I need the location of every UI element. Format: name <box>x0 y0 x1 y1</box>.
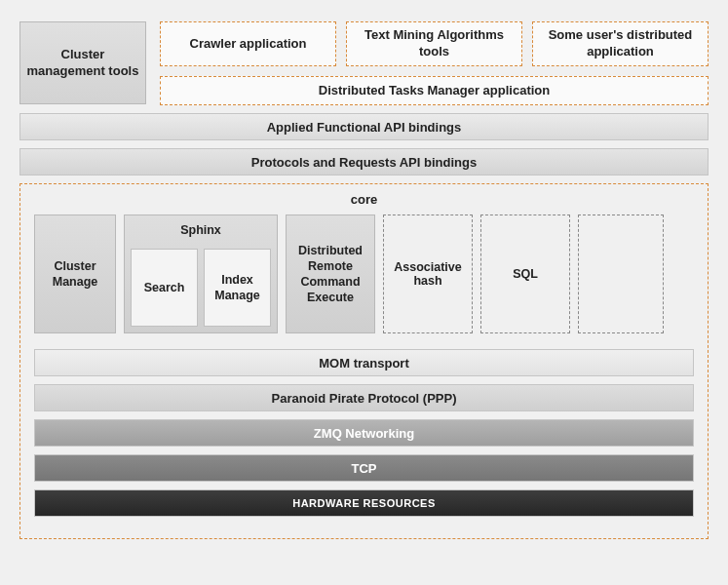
sql-box: SQL <box>480 214 570 333</box>
core-container: core Cluster Manage Sphinx Search Index … <box>19 183 709 539</box>
functional-api-bar: Applied Functional API bindings <box>19 113 709 140</box>
protocols-api-bar: Protocols and Requests API bindings <box>19 148 709 176</box>
mom-transport-bar: MOM transport <box>34 349 694 376</box>
sphinx-box: Sphinx Search Index Manage <box>124 214 278 333</box>
zmq-bar: ZMQ Networking <box>34 419 694 447</box>
tcp-bar: TCP <box>34 454 694 482</box>
core-modules-row: Cluster Manage Sphinx Search Index Manag… <box>34 214 694 333</box>
cluster-management-tools-box: Cluster management tools <box>19 21 146 104</box>
sphinx-index-manage-box: Index Manage <box>204 249 271 327</box>
core-label: core <box>34 192 694 207</box>
drce-box: Distributed Remote Command Execute <box>286 214 375 333</box>
hardware-bar: HARDWARE RESOURCES <box>34 489 694 517</box>
sphinx-search-box: Search <box>131 249 198 327</box>
text-mining-tools-box: Text Mining Algorithms tools <box>346 21 522 66</box>
ppp-bar: Paranoid Pirate Protocol (PPP) <box>34 384 694 411</box>
crawler-application-box: Crawler application <box>160 21 336 66</box>
associative-hash-box: Associative hash <box>383 214 473 333</box>
distributed-tasks-manager-box: Distributed Tasks Manager application <box>160 76 709 105</box>
top-right-column: Crawler application Text Mining Algorith… <box>160 21 709 105</box>
cluster-manage-box: Cluster Manage <box>34 214 116 333</box>
applications-row: Crawler application Text Mining Algorith… <box>160 21 709 66</box>
sphinx-label: Sphinx <box>180 223 221 237</box>
user-distributed-app-box: Some user's distributed application <box>532 21 709 66</box>
sphinx-inner-row: Search Index Manage <box>131 249 271 327</box>
empty-placeholder-box <box>578 214 664 333</box>
top-section: Cluster management tools Crawler applica… <box>19 21 709 105</box>
